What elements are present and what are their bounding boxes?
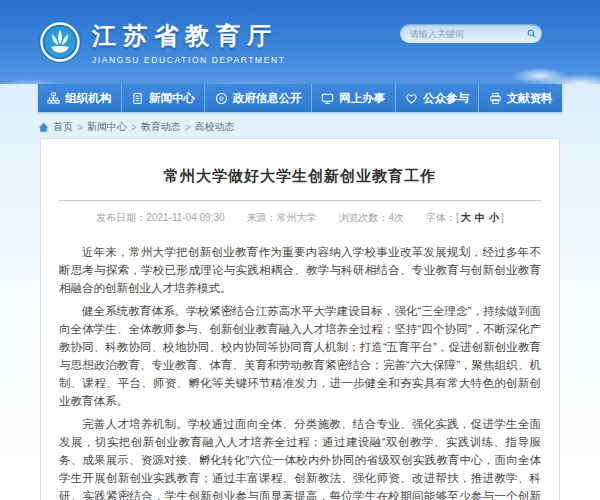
search-icon[interactable] xyxy=(527,27,536,40)
breadcrumb-item-4[interactable]: 高校动态 xyxy=(195,120,235,134)
news-doc-icon xyxy=(131,92,144,105)
site-brand[interactable]: 江苏省教育厅 JIANGSU EDUCATION DEPARTMENT xyxy=(38,20,286,65)
heart-icon xyxy=(405,92,418,105)
breadcrumb-separator: > xyxy=(131,122,137,133)
brand-text: 江苏省教育厅 JIANGSU EDUCATION DEPARTMENT xyxy=(92,20,286,65)
view-count: 浏览次数：4次 xyxy=(339,211,405,225)
search-input[interactable] xyxy=(410,29,527,39)
nav-item-label: 网上办事 xyxy=(339,91,385,106)
breadcrumb-item-2[interactable]: 新闻中心 xyxy=(87,120,127,134)
nav-item-label: 新闻中心 xyxy=(149,91,195,106)
title-divider xyxy=(59,200,541,201)
home-icon[interactable] xyxy=(38,122,49,133)
article-paragraph-3: 完善人才培养机制。学校通过面向全体、分类施教、结合专业、强化实践，促进学生全面发… xyxy=(59,415,541,500)
breadcrumb-separator: > xyxy=(185,122,191,133)
article-body: 近年来，常州大学把创新创业教育作为重要内容纳入学校事业改革发展规划，经过多年不断… xyxy=(59,243,541,500)
font-size-control: 字体：[大中小] xyxy=(426,211,504,225)
nav-item-label: 组织机构 xyxy=(65,91,111,106)
article-paragraph-2: 健全系统教育体系。学校紧密结合江苏高水平大学建设目标，强化“三全理念”，持续做到… xyxy=(59,302,541,410)
info-circle-icon xyxy=(215,92,228,105)
breadcrumb-item-3[interactable]: 教育动态 xyxy=(141,120,181,134)
breadcrumb: 首页>新闻中心>教育动态>高校动态 xyxy=(38,120,235,134)
nav-item-3[interactable]: 政府信息公开 xyxy=(204,84,311,112)
site-subtitle: JIANGSU EDUCATION DEPARTMENT xyxy=(92,55,286,65)
search-box[interactable] xyxy=(400,24,542,43)
breadcrumb-separator: > xyxy=(77,122,83,133)
site-header: 江苏省教育厅 JIANGSU EDUCATION DEPARTMENT xyxy=(0,0,600,84)
site-logo-icon xyxy=(38,20,82,64)
font-size-option-大[interactable]: 大 xyxy=(461,212,471,223)
monitor-icon xyxy=(321,92,334,105)
org-chart-icon xyxy=(47,92,60,105)
breadcrumb-item-1[interactable]: 首页 xyxy=(53,120,73,134)
nav-item-4[interactable]: 网上办事 xyxy=(311,84,395,112)
main-nav: 组织机构新闻中心政府信息公开网上办事公众参与文献资料 xyxy=(38,84,562,112)
page: 江苏省教育厅 JIANGSU EDUCATION DEPARTMENT 组织机构… xyxy=(0,0,600,500)
nav-item-label: 文献资料 xyxy=(507,91,553,106)
font-size-option-小[interactable]: 小 xyxy=(489,212,499,223)
article-container: 常州大学做好大学生创新创业教育工作 发布日期：2021-11-04 09:30 … xyxy=(40,138,560,500)
nav-item-5[interactable]: 公众参与 xyxy=(395,84,479,112)
site-title: 江苏省教育厅 xyxy=(92,20,286,52)
nav-item-1[interactable]: 组织机构 xyxy=(38,84,121,112)
article-paragraph-1: 近年来，常州大学把创新创业教育作为重要内容纳入学校事业改革发展规划，经过多年不断… xyxy=(59,243,541,297)
article-meta: 发布日期：2021-11-04 09:30 来源：常州大学 浏览次数：4次 字体… xyxy=(59,211,541,225)
printer-icon xyxy=(489,92,502,105)
nav-item-label: 政府信息公开 xyxy=(233,91,302,106)
nav-item-label: 公众参与 xyxy=(423,91,469,106)
article-source: 来源：常州大学 xyxy=(247,211,317,225)
font-size-option-中[interactable]: 中 xyxy=(475,212,485,223)
article-title: 常州大学做好大学生创新创业教育工作 xyxy=(59,167,541,186)
nav-item-2[interactable]: 新闻中心 xyxy=(121,84,205,112)
publish-date: 发布日期：2021-11-04 09:30 xyxy=(96,211,224,225)
nav-item-6[interactable]: 文献资料 xyxy=(478,84,562,112)
